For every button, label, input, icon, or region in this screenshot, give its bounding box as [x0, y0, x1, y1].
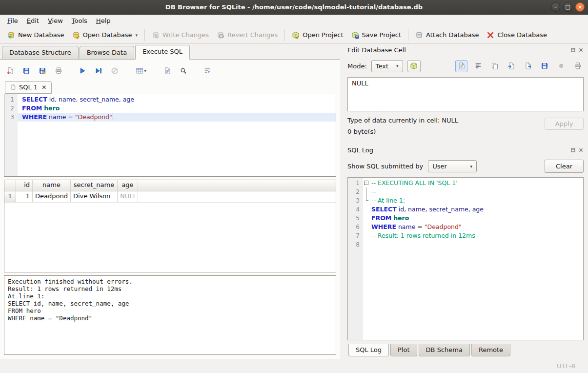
code-text: [370, 240, 583, 249]
float-panel-icon[interactable]: [570, 147, 576, 153]
print-sql-button[interactable]: [52, 65, 65, 77]
execute-current-line-button[interactable]: [92, 65, 105, 77]
cell-id[interactable]: 1: [16, 191, 33, 202]
title-bar[interactable]: DB Browser for SQLite - /home/user/code/…: [0, 0, 588, 15]
code-line[interactable]: 2--: [348, 187, 583, 196]
code-line[interactable]: 3WHERE name = "Deadpond": [4, 113, 336, 122]
print-cell-button[interactable]: [571, 60, 584, 72]
fold-marker: [363, 231, 370, 240]
results-grid: idnamesecret_nameage 11DeadpondDive Wils…: [4, 180, 336, 272]
close-panel-icon[interactable]: [578, 147, 584, 153]
code-line[interactable]: 8: [348, 240, 583, 249]
collapse-icon[interactable]: -: [364, 181, 368, 185]
open-project-icon: [292, 31, 300, 39]
tab-plot[interactable]: Plot: [390, 344, 417, 356]
cell-name[interactable]: Deadpond: [33, 191, 71, 202]
toolbar-separator: [284, 29, 285, 41]
line-number: 1: [4, 95, 18, 104]
code-line[interactable]: 4SELECT id, name, secret_name, age: [348, 205, 583, 214]
tab-sql-log[interactable]: SQL Log: [348, 344, 389, 356]
column-header-id[interactable]: id: [16, 180, 33, 191]
code-line[interactable]: 1--- EXECUTING ALL IN 'SQL 1': [348, 179, 583, 187]
column-header-name[interactable]: name: [33, 180, 71, 191]
menu-file[interactable]: File: [3, 16, 22, 26]
tab-db-schema[interactable]: DB Schema: [419, 344, 470, 356]
mode-select[interactable]: Text ▾: [371, 60, 403, 72]
close-button[interactable]: ×: [575, 2, 585, 12]
tab-database-structure[interactable]: Database Structure: [2, 46, 79, 60]
menu-edit[interactable]: Edit: [22, 16, 43, 26]
word-wrap-cell-button[interactable]: [472, 60, 484, 72]
open-sql-file-button[interactable]: [4, 65, 17, 77]
menu-tools[interactable]: Tools: [67, 16, 92, 26]
new-database-button[interactable]: New Database: [3, 29, 68, 41]
code-line[interactable]: 2FROM hero: [4, 104, 336, 113]
export-results-button[interactable]: ▾: [132, 65, 150, 77]
close-database-button[interactable]: Close Database: [483, 29, 551, 41]
cell-info: Type of data currently in cell: NULL 0 b…: [347, 117, 584, 139]
import-cell-button[interactable]: [505, 60, 517, 72]
tab-browse-data[interactable]: Browse Data: [80, 46, 135, 60]
execute-all-button[interactable]: [76, 65, 89, 77]
toolbar-separator: [144, 29, 145, 41]
save-sql-file-button[interactable]: [20, 65, 33, 77]
column-header-secret_name[interactable]: secret_name: [71, 180, 118, 191]
sql-log-view[interactable]: 1--- EXECUTING ALL IN 'SQL 1'2--3-- At l…: [347, 177, 584, 340]
line-number: 4: [348, 205, 363, 214]
find-replace-button[interactable]: [177, 65, 190, 77]
dock-tab-bar: SQL LogPlotDB SchemaRemote: [347, 344, 584, 359]
clear-log-button[interactable]: Clear: [545, 160, 584, 173]
save-sql-as-button[interactable]: [36, 65, 49, 77]
export-cell-button[interactable]: [522, 60, 534, 72]
column-header-age[interactable]: age: [118, 180, 138, 191]
open-database-button[interactable]: Open Database▾: [68, 29, 142, 41]
tab-execute-sql[interactable]: Execute SQL: [135, 45, 190, 60]
cell-secret_name[interactable]: Dive Wilson: [71, 191, 118, 202]
code-text: WHERE name = "Deadpond": [370, 223, 583, 231]
table-row[interactable]: 11DeadpondDive WilsonNULL: [4, 191, 336, 203]
save-project-button[interactable]: Save Project: [347, 29, 406, 41]
set-null-button[interactable]: [555, 60, 567, 72]
line-number: 6: [348, 223, 363, 231]
code-line[interactable]: 7-- Result: 1 rows returned in 12ms: [348, 231, 583, 240]
word-wrap-button[interactable]: [201, 65, 214, 77]
tab-remote[interactable]: Remote: [471, 344, 510, 356]
cell-editor[interactable]: NULL: [347, 77, 584, 111]
fold-marker: [363, 223, 370, 231]
open-project-button[interactable]: Open Project: [288, 29, 347, 41]
cell-age[interactable]: NULL: [118, 191, 138, 202]
code-line[interactable]: 5FROM hero: [348, 214, 583, 223]
results-rows: 11DeadpondDive WilsonNULL: [4, 191, 336, 203]
stop-execution-icon: [111, 67, 119, 75]
save-cell-button[interactable]: [538, 60, 550, 72]
code-text: -- Result: 1 rows returned in 12ms: [370, 231, 583, 240]
status-bar: UTF-8: [0, 359, 588, 373]
new-database-icon: [7, 31, 15, 39]
copy-cell-button[interactable]: [488, 60, 501, 72]
menu-view[interactable]: View: [43, 16, 67, 26]
log-filter-select[interactable]: User ▾: [428, 160, 477, 172]
close-panel-icon[interactable]: [578, 47, 584, 53]
maximize-button[interactable]: □: [563, 2, 572, 12]
code-line[interactable]: 1SELECT id, name, secret_name, age: [4, 95, 336, 104]
menu-help[interactable]: Help: [92, 16, 115, 26]
revert-changes-icon: [217, 31, 224, 39]
code-line[interactable]: 3-- At line 1:: [348, 196, 583, 205]
sql-toolbar: ▾: [4, 62, 336, 79]
sql-editor[interactable]: 1SELECT id, name, secret_name, age2FROM …: [4, 94, 336, 177]
mode-select-value: Text: [376, 62, 388, 70]
close-tab-icon[interactable]: ✕: [41, 84, 46, 91]
code-line[interactable]: 6WHERE name = "Deadpond": [348, 223, 583, 231]
attach-database-icon: [415, 31, 423, 39]
apply-format-button[interactable]: [407, 60, 421, 72]
save-results-view-button[interactable]: [161, 65, 174, 77]
tab-sql-1[interactable]: SQL 1 ✕: [5, 81, 52, 94]
save-project-icon: [351, 31, 359, 39]
open-database-icon: [72, 31, 80, 39]
text-mode-button[interactable]: [455, 60, 467, 72]
float-panel-icon[interactable]: [570, 47, 576, 53]
attach-database-button[interactable]: Attach Database: [411, 29, 483, 41]
fold-marker: [363, 187, 370, 196]
minimize-button[interactable]: –: [551, 2, 560, 12]
fold-marker[interactable]: -: [363, 179, 370, 187]
